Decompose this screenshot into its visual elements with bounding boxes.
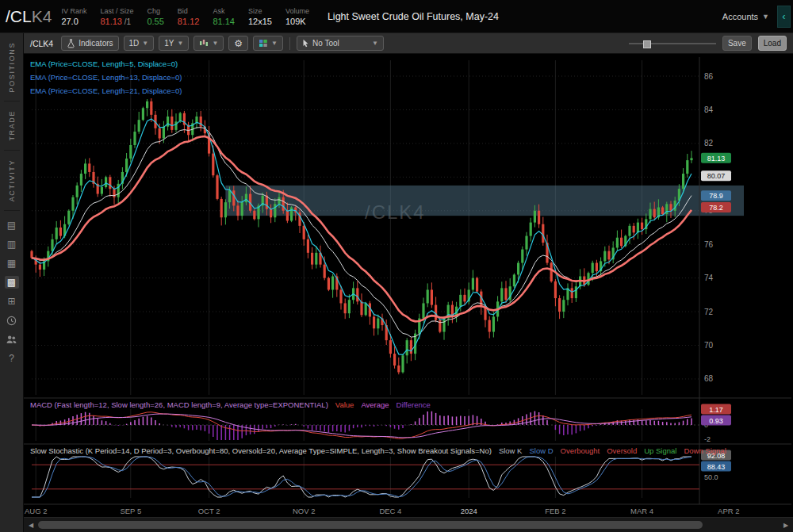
chevron-down-icon: ▼ xyxy=(271,40,278,47)
accounts-dropdown[interactable]: Accounts▼ xyxy=(722,12,769,21)
stat-value: 81.14 xyxy=(213,17,235,26)
load-label: Load xyxy=(764,39,781,48)
svg-text:70: 70 xyxy=(704,341,714,350)
grid-layout-icon xyxy=(259,39,268,48)
chevron-down-icon: ▼ xyxy=(762,13,769,21)
chart-panel: 86848280787674727068/CLK481.1380.0778.97… xyxy=(24,54,793,517)
stat-label: Volume xyxy=(285,7,309,15)
gear-icon: ⚙ xyxy=(234,38,243,49)
calendar-icon[interactable]: ▦ xyxy=(5,257,19,270)
stat-value: 0.55 xyxy=(147,17,163,26)
toolbar-symbol: /CLK4 xyxy=(30,39,53,48)
sidebar-tab-activity[interactable]: ACTIVITY xyxy=(8,151,16,210)
stat-value: 27.0 xyxy=(61,17,86,26)
svg-text:81.13: 81.13 xyxy=(707,155,726,163)
quote-stat: Bid81.12 xyxy=(178,7,200,26)
cursor-icon xyxy=(302,39,309,48)
chart-style-dropdown[interactable]: ▼ xyxy=(193,36,224,51)
stat-label: Bid xyxy=(178,7,200,15)
range-dropdown[interactable]: 1Y▼ xyxy=(159,36,189,51)
scroll-right-icon[interactable]: ▶ xyxy=(780,519,791,530)
svg-text:78.2: 78.2 xyxy=(709,204,723,212)
stat-value: 12x15 xyxy=(248,17,272,26)
stat-label: Last / Size xyxy=(100,7,133,15)
chevron-down-icon: ▼ xyxy=(212,40,218,47)
aggregation-dropdown[interactable]: 1D▼ xyxy=(124,36,155,51)
range-value: 1Y xyxy=(164,39,174,48)
stat-label: Size xyxy=(248,7,272,15)
svg-text:74: 74 xyxy=(704,274,714,282)
quote-header: /CLK4 IV Rank27.0Last / Size81.13 /1Chg0… xyxy=(0,0,793,33)
svg-text:50.0: 50.0 xyxy=(704,473,718,481)
symbol-suffix: K4 xyxy=(32,7,52,25)
quote-stat: IV Rank27.0 xyxy=(61,7,86,26)
quote-stats: IV Rank27.0Last / Size81.13 /1Chg0.55Bid… xyxy=(61,7,323,26)
scrollbar-handle[interactable] xyxy=(38,521,703,529)
svg-text:84: 84 xyxy=(704,105,714,114)
time-scrollbar[interactable]: ◀ ▶ xyxy=(24,517,793,532)
zoom-slider-track xyxy=(629,43,716,44)
svg-text:MAR 4: MAR 4 xyxy=(630,507,653,515)
stat-label: Chg xyxy=(147,7,163,15)
collapse-panel-button[interactable]: ‹ xyxy=(777,6,791,28)
svg-text:DEC 4: DEC 4 xyxy=(379,507,401,515)
svg-text:1.17: 1.17 xyxy=(709,406,723,414)
indicators-button[interactable]: Indicators xyxy=(61,36,118,51)
chart-grid-dropdown[interactable]: ▼ xyxy=(253,36,283,51)
svg-text:NOV 2: NOV 2 xyxy=(293,507,316,515)
svg-text:92.08: 92.08 xyxy=(707,452,726,460)
stat-value: 109K xyxy=(285,17,309,26)
watchlist-icon[interactable]: ▤ xyxy=(5,219,19,232)
svg-text:76: 76 xyxy=(704,240,714,249)
quote-stat: Size12x15 xyxy=(248,7,272,26)
svg-text:SEP 5: SEP 5 xyxy=(120,507,141,515)
stat-value: 81.12 xyxy=(178,17,200,26)
toolbar-separator xyxy=(289,37,290,50)
quote-stat: Ask81.14 xyxy=(213,7,235,26)
price-chart-canvas[interactable]: 86848280787674727068/CLK481.1380.0778.97… xyxy=(24,54,793,517)
svg-text:OCT 2: OCT 2 xyxy=(198,507,220,515)
sidebar-tab-positions[interactable]: POSITIONS xyxy=(8,33,16,101)
left-sidebar: POSITIONS TRADE ACTIVITY ▤▥▦▩⊞? xyxy=(0,33,24,532)
sidebar-divider xyxy=(4,210,20,211)
widgets-icon[interactable]: ⊞ xyxy=(5,295,19,308)
symbol-title: /CLK4 xyxy=(0,7,61,26)
symbol-root: /CL xyxy=(6,7,32,25)
quote-stat: Chg0.55 xyxy=(147,7,163,26)
zoom-slider[interactable] xyxy=(629,38,716,49)
aggregation-value: 1D xyxy=(129,39,140,48)
chevron-down-icon: ▼ xyxy=(178,40,184,47)
save-button[interactable]: Save xyxy=(722,36,752,51)
svg-text:APR 2: APR 2 xyxy=(718,507,739,515)
chevron-down-icon: ▼ xyxy=(372,40,378,47)
load-button[interactable]: Load xyxy=(758,36,787,51)
sidebar-icon-column: ▤▥▦▩⊞? xyxy=(5,219,19,365)
charts-icon[interactable]: ▩ xyxy=(5,276,19,289)
candlestick-series xyxy=(30,98,692,374)
indicators-label: Indicators xyxy=(79,39,113,48)
svg-text:80.07: 80.07 xyxy=(707,172,726,180)
sidebar-tab-trade[interactable]: TRADE xyxy=(8,101,16,150)
svg-text:86: 86 xyxy=(704,72,714,81)
chart-toolbar: /CLK4 Indicators 1D▼ 1Y▼ ▼ ⚙ ▼ No Tool ▼… xyxy=(24,33,793,54)
community-icon[interactable] xyxy=(5,333,19,346)
svg-text:0.93: 0.93 xyxy=(709,417,723,425)
quote-stat: Volume109K xyxy=(285,7,309,26)
help-icon[interactable]: ? xyxy=(5,352,19,365)
svg-text:FEB 2: FEB 2 xyxy=(545,507,565,515)
svg-text:82: 82 xyxy=(704,139,714,147)
svg-text:78.9: 78.9 xyxy=(709,192,723,200)
orders-icon[interactable]: ▥ xyxy=(5,238,19,251)
scroll-left-icon[interactable]: ◀ xyxy=(25,519,36,530)
zoom-slider-handle[interactable] xyxy=(643,40,651,48)
svg-text:68: 68 xyxy=(704,374,714,383)
stat-value: 81.13 /1 xyxy=(100,17,133,26)
stat-label: Ask xyxy=(213,7,235,15)
chart-settings-button[interactable]: ⚙ xyxy=(228,36,248,51)
history-icon[interactable] xyxy=(5,314,19,327)
svg-text:-2: -2 xyxy=(704,435,711,443)
svg-text:2024: 2024 xyxy=(461,507,477,515)
drawing-tool-dropdown[interactable]: No Tool ▼ xyxy=(297,36,384,51)
chevron-down-icon: ▼ xyxy=(142,40,148,47)
svg-text:88.43: 88.43 xyxy=(707,463,726,471)
